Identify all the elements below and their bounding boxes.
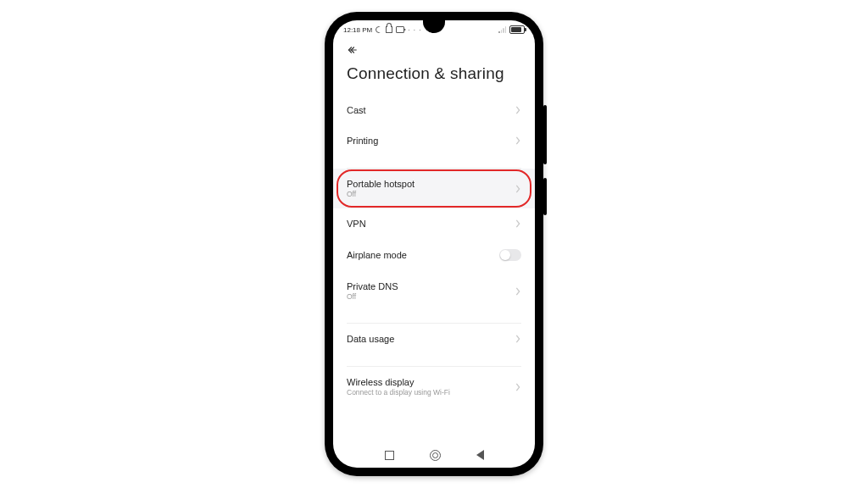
row-vpn[interactable]: VPN (333, 208, 535, 239)
chevron-right-icon (515, 383, 521, 391)
chevron-right-icon (515, 219, 521, 228)
recents-icon[interactable] (385, 451, 394, 460)
dnd-icon (376, 26, 382, 33)
sub-hotspot: Off (347, 190, 415, 198)
signal-icon (498, 26, 507, 33)
label-wireless: Wireless display (347, 377, 450, 387)
label-printing: Printing (347, 136, 378, 146)
row-portable-hotspot[interactable]: Portable hotspot Off (333, 169, 535, 208)
row-private-dns[interactable]: Private DNS Off (333, 271, 535, 311)
airplane-toggle[interactable] (499, 249, 521, 261)
clock: 12:18 PM (343, 26, 372, 34)
row-airplane-mode[interactable]: Airplane mode (333, 239, 535, 271)
label-private-dns: Private DNS (347, 281, 398, 291)
nav-bar (333, 442, 535, 468)
home-icon[interactable] (430, 450, 441, 461)
camera-icon (396, 26, 404, 33)
label-hotspot: Portable hotspot (347, 179, 415, 189)
label-cast: Cast (347, 105, 366, 115)
sub-wireless: Connect to a display using Wi-Fi (347, 388, 450, 396)
back-nav-icon[interactable] (476, 450, 484, 460)
chevron-right-icon (515, 185, 521, 193)
volume-button (543, 105, 547, 164)
sub-private-dns: Off (347, 292, 398, 301)
chevron-right-icon (515, 136, 521, 145)
page-title: Connection & sharing (333, 61, 535, 95)
screen: 12:18 PM · · · Connection & sharing (333, 20, 535, 468)
chevron-right-icon (515, 106, 521, 114)
row-cast[interactable]: Cast (333, 95, 535, 125)
label-airplane: Airplane mode (347, 250, 407, 260)
stage: 12:18 PM · · · Connection & sharing (0, 0, 868, 488)
lock-icon (386, 26, 392, 33)
chevron-right-icon (515, 335, 521, 343)
more-icon: · · · (408, 26, 421, 34)
battery-icon (509, 25, 525, 34)
back-bar (333, 39, 535, 61)
power-button (543, 178, 547, 215)
chevron-right-icon (515, 287, 521, 296)
row-wireless-display[interactable]: Wireless display Connect to a display us… (333, 367, 535, 407)
back-icon[interactable] (347, 44, 359, 56)
row-data-usage[interactable]: Data usage (333, 324, 535, 354)
label-vpn: VPN (347, 219, 366, 229)
phone-frame: 12:18 PM · · · Connection & sharing (325, 12, 543, 476)
row-printing[interactable]: Printing (333, 125, 535, 156)
label-data-usage: Data usage (347, 334, 394, 344)
